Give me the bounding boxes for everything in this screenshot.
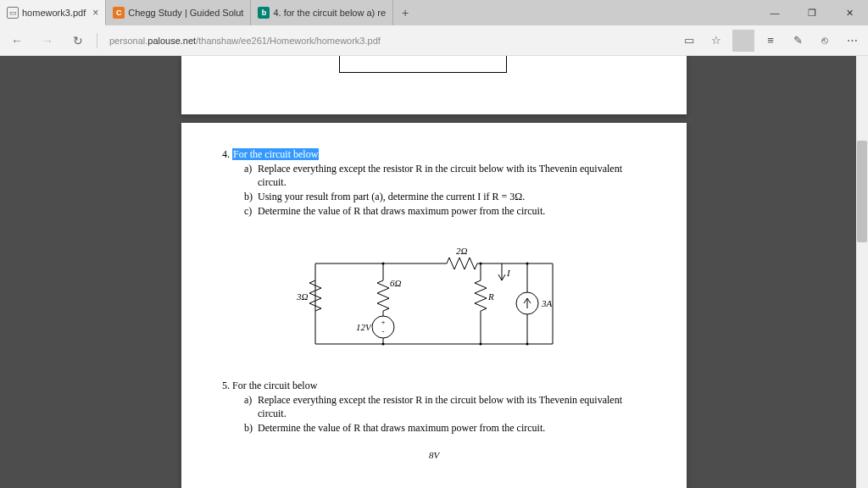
bing-icon: b (258, 7, 270, 19)
scrollbar[interactable] (856, 56, 868, 488)
url-path: /thanshaw/ee261/Homework/homework3.pdf (196, 36, 381, 46)
fragment-label: 8V (222, 450, 646, 460)
toolbar: ← → ↻ personal.palouse.net/thanshaw/ee26… (0, 25, 868, 56)
circuit-fragment (339, 56, 507, 73)
label-2ohm: 2Ω (456, 246, 467, 256)
problem-5: 5. For the circuit below a)Replace every… (222, 380, 646, 435)
pdf-icon: ▭ (7, 7, 19, 19)
list-item: a)Replace everything except the resistor… (244, 393, 646, 420)
more-button[interactable]: ⋯ (841, 30, 863, 52)
tab-bing[interactable]: b 4. for the circuit below a) re (251, 0, 393, 25)
svg-text:+: + (381, 318, 385, 326)
hub-button[interactable]: ≡ (760, 30, 782, 52)
problem-5-items: a)Replace everything except the resistor… (222, 393, 646, 435)
favorite-button[interactable]: ☆ (705, 30, 727, 52)
problem-4: 4. For the circuit below a)Replace every… (222, 148, 646, 219)
svg-point-4 (480, 342, 482, 345)
item-letter: c) (244, 204, 252, 218)
close-window-button[interactable]: ✕ (831, 0, 868, 25)
tab-chegg[interactable]: C Chegg Study | Guided Solut (106, 0, 251, 25)
label-I: I (507, 268, 510, 278)
list-item: b)Determine the value of R that draws ma… (244, 421, 646, 435)
pdf-page-previous (181, 56, 687, 114)
circuit-diagram: + - 3Ω 6Ω 2Ω R 12V 3A I (298, 234, 570, 361)
list-item: a)Replace everything except the resistor… (244, 162, 646, 189)
forward-button[interactable]: → (36, 29, 59, 53)
svg-point-5 (382, 342, 385, 345)
problem-title: For the circuit below (232, 380, 317, 391)
tab-label: 4. for the circuit below a) re (273, 8, 386, 18)
problem-number: 4. (222, 148, 230, 160)
tab-label: Chegg Study | Guided Solut (128, 8, 243, 18)
notes-button[interactable]: ✎ (787, 30, 809, 52)
svg-point-2 (382, 262, 385, 264)
maximize-button[interactable]: ❐ (793, 0, 831, 25)
svg-point-7 (526, 342, 529, 345)
item-letter: b) (244, 190, 253, 203)
new-tab-button[interactable]: + (393, 0, 417, 25)
refresh-button[interactable]: ↻ (66, 29, 90, 53)
close-icon[interactable]: × (92, 7, 98, 19)
titlebar: ▭ homework3.pdf × C Chegg Study | Guided… (0, 0, 868, 25)
minimize-button[interactable]: — (756, 0, 793, 25)
separator (97, 33, 97, 48)
window-controls: — ❐ ✕ (756, 0, 868, 25)
label-6ohm: 6Ω (390, 278, 401, 288)
tab-label: homework3.pdf (22, 8, 86, 18)
share-button[interactable]: ⎋ (814, 30, 836, 52)
problem-title: For the circuit below (232, 148, 319, 160)
pdf-page-current: 4. For the circuit below a)Replace every… (181, 123, 687, 488)
svg-text:-: - (382, 327, 385, 336)
chegg-icon: C (113, 7, 125, 19)
item-text: Determine the value of R that draws maxi… (258, 205, 545, 217)
back-button[interactable]: ← (5, 29, 29, 53)
svg-point-6 (526, 262, 529, 264)
pdf-viewer: 4. For the circuit below a)Replace every… (0, 56, 868, 488)
toolbar-buttons: ▭ ☆ ≡ ✎ ⎋ ⋯ (678, 30, 863, 52)
item-letter: a) (244, 162, 252, 175)
list-item: c)Determine the value of R that draws ma… (244, 204, 646, 218)
url-prefix: personal. (109, 36, 147, 46)
item-text: Using your result from part (a), determi… (258, 191, 525, 202)
separator (732, 30, 754, 52)
item-text: Determine the value of R that draws maxi… (258, 422, 545, 434)
label-3ohm: 3Ω (297, 291, 308, 302)
reading-view-button[interactable]: ▭ (678, 30, 700, 52)
address-bar[interactable]: personal.palouse.net/thanshaw/ee261/Home… (104, 30, 671, 51)
label-R: R (488, 291, 494, 302)
scroll-thumb[interactable] (857, 141, 867, 242)
svg-point-3 (480, 262, 482, 264)
label-12v: 12V (356, 322, 371, 332)
list-item: b)Using your result from part (a), deter… (244, 190, 646, 203)
label-3a: 3A (542, 298, 552, 308)
item-letter: b) (244, 421, 253, 435)
problem-number: 5. (222, 380, 230, 391)
url-host: palouse.net (147, 36, 196, 46)
tab-homework3[interactable]: ▭ homework3.pdf × (0, 0, 106, 25)
item-text: Replace everything except the resistor R… (258, 163, 622, 188)
page-wrap: 4. For the circuit below a)Replace every… (181, 56, 687, 488)
problem-4-items: a)Replace everything except the resistor… (222, 162, 646, 219)
item-text: Replace everything except the resistor R… (258, 394, 622, 419)
item-letter: a) (244, 393, 252, 407)
